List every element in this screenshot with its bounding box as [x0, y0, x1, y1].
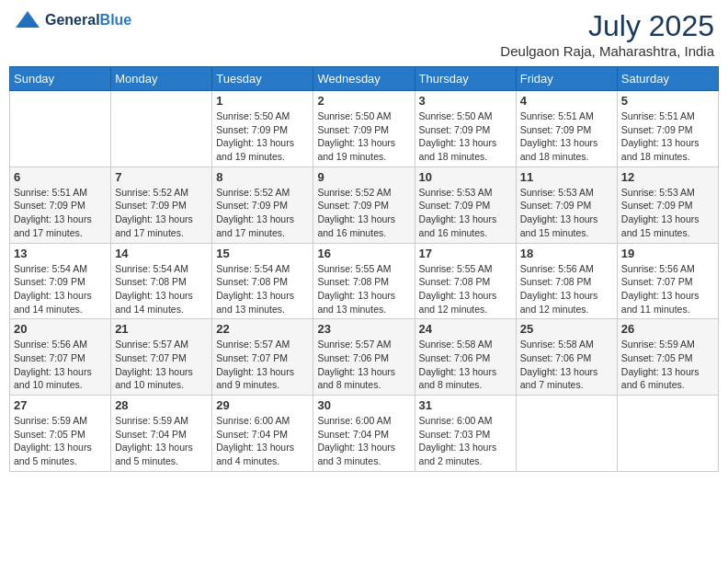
- header-friday: Friday: [516, 67, 617, 91]
- day-number: 12: [621, 170, 714, 184]
- day-number: 2: [317, 94, 410, 108]
- table-row: [111, 91, 212, 167]
- day-number: 23: [317, 322, 410, 336]
- table-row: 15Sunrise: 5:54 AM Sunset: 7:08 PM Dayli…: [212, 243, 313, 319]
- day-number: 4: [520, 94, 613, 108]
- table-row: [516, 396, 617, 472]
- day-number: 17: [419, 247, 512, 260]
- table-row: 28Sunrise: 5:59 AM Sunset: 7:04 PM Dayli…: [111, 396, 212, 472]
- calendar-week-row: 20Sunrise: 5:56 AM Sunset: 7:07 PM Dayli…: [10, 319, 719, 396]
- day-number: 7: [115, 170, 208, 184]
- day-info: Sunrise: 5:55 AM Sunset: 7:08 PM Dayligh…: [317, 262, 410, 316]
- day-info: Sunrise: 5:50 AM Sunset: 7:09 PM Dayligh…: [419, 109, 512, 164]
- day-number: 22: [216, 322, 309, 336]
- calendar-week-row: 13Sunrise: 5:54 AM Sunset: 7:09 PM Dayli…: [10, 243, 719, 319]
- day-info: Sunrise: 5:59 AM Sunset: 7:05 PM Dayligh…: [14, 414, 107, 468]
- table-row: 14Sunrise: 5:54 AM Sunset: 7:08 PM Dayli…: [111, 243, 212, 319]
- table-row: 29Sunrise: 6:00 AM Sunset: 7:04 PM Dayli…: [212, 396, 313, 472]
- header-sunday: Sunday: [10, 67, 111, 91]
- table-row: 11Sunrise: 5:53 AM Sunset: 7:09 PM Dayli…: [516, 167, 617, 243]
- day-number: 19: [621, 247, 714, 260]
- day-number: 26: [621, 322, 714, 336]
- day-number: 14: [115, 247, 208, 260]
- day-info: Sunrise: 5:54 AM Sunset: 7:09 PM Dayligh…: [14, 262, 107, 316]
- page-header: GeneralBlue July 2025 Deulgaon Raja, Mah…: [9, 9, 719, 59]
- table-row: 24Sunrise: 5:58 AM Sunset: 7:06 PM Dayli…: [415, 319, 516, 396]
- table-row: 25Sunrise: 5:58 AM Sunset: 7:06 PM Dayli…: [516, 319, 617, 396]
- header-wednesday: Wednesday: [313, 67, 415, 91]
- day-info: Sunrise: 5:53 AM Sunset: 7:09 PM Dayligh…: [419, 186, 512, 240]
- day-info: Sunrise: 5:56 AM Sunset: 7:07 PM Dayligh…: [14, 338, 107, 392]
- day-info: Sunrise: 5:56 AM Sunset: 7:07 PM Dayligh…: [621, 262, 714, 316]
- calendar-week-row: 1Sunrise: 5:50 AM Sunset: 7:09 PM Daylig…: [10, 91, 719, 167]
- table-row: 5Sunrise: 5:51 AM Sunset: 7:09 PM Daylig…: [617, 91, 718, 167]
- day-info: Sunrise: 5:57 AM Sunset: 7:07 PM Dayligh…: [216, 338, 309, 392]
- day-info: Sunrise: 5:57 AM Sunset: 7:06 PM Dayligh…: [317, 338, 410, 392]
- logo-general: General: [45, 12, 100, 28]
- table-row: 9Sunrise: 5:52 AM Sunset: 7:09 PM Daylig…: [313, 167, 415, 243]
- day-number: 20: [14, 322, 107, 336]
- calendar-week-row: 27Sunrise: 5:59 AM Sunset: 7:05 PM Dayli…: [10, 396, 719, 472]
- table-row: 6Sunrise: 5:51 AM Sunset: 7:09 PM Daylig…: [10, 167, 111, 243]
- day-number: 28: [115, 398, 208, 412]
- month-year-title: July 2025: [500, 9, 714, 43]
- table-row: 10Sunrise: 5:53 AM Sunset: 7:09 PM Dayli…: [415, 167, 516, 243]
- day-info: Sunrise: 5:57 AM Sunset: 7:07 PM Dayligh…: [115, 338, 208, 392]
- day-info: Sunrise: 5:59 AM Sunset: 7:04 PM Dayligh…: [115, 414, 208, 468]
- table-row: 18Sunrise: 5:56 AM Sunset: 7:08 PM Dayli…: [516, 243, 617, 319]
- day-info: Sunrise: 5:52 AM Sunset: 7:09 PM Dayligh…: [115, 186, 208, 240]
- day-number: 13: [14, 247, 107, 260]
- day-number: 1: [216, 94, 309, 108]
- day-number: 31: [419, 398, 512, 412]
- day-info: Sunrise: 5:51 AM Sunset: 7:09 PM Dayligh…: [621, 109, 714, 164]
- table-row: 19Sunrise: 5:56 AM Sunset: 7:07 PM Dayli…: [617, 243, 718, 319]
- table-row: 31Sunrise: 6:00 AM Sunset: 7:03 PM Dayli…: [415, 396, 516, 472]
- logo: GeneralBlue: [14, 9, 131, 31]
- table-row: 30Sunrise: 6:00 AM Sunset: 7:04 PM Dayli…: [313, 396, 415, 472]
- table-row: 26Sunrise: 5:59 AM Sunset: 7:05 PM Dayli…: [617, 319, 718, 396]
- table-row: 20Sunrise: 5:56 AM Sunset: 7:07 PM Dayli…: [10, 319, 111, 396]
- day-number: 3: [419, 94, 512, 108]
- header-monday: Monday: [111, 67, 212, 91]
- day-info: Sunrise: 6:00 AM Sunset: 7:04 PM Dayligh…: [317, 414, 410, 468]
- table-row: 16Sunrise: 5:55 AM Sunset: 7:08 PM Dayli…: [313, 243, 415, 319]
- day-number: 25: [520, 322, 613, 336]
- day-number: 30: [317, 398, 410, 412]
- table-row: 17Sunrise: 5:55 AM Sunset: 7:08 PM Dayli…: [415, 243, 516, 319]
- day-info: Sunrise: 5:51 AM Sunset: 7:09 PM Dayligh…: [14, 186, 107, 240]
- table-row: 1Sunrise: 5:50 AM Sunset: 7:09 PM Daylig…: [212, 91, 313, 167]
- title-block: July 2025 Deulgaon Raja, Maharashtra, In…: [500, 9, 714, 59]
- table-row: 3Sunrise: 5:50 AM Sunset: 7:09 PM Daylig…: [415, 91, 516, 167]
- day-number: 15: [216, 247, 309, 260]
- day-info: Sunrise: 5:50 AM Sunset: 7:09 PM Dayligh…: [317, 109, 410, 164]
- day-number: 5: [621, 94, 714, 108]
- table-row: [617, 396, 718, 472]
- day-number: 18: [520, 247, 613, 260]
- header-thursday: Thursday: [415, 67, 516, 91]
- header-saturday: Saturday: [617, 67, 718, 91]
- day-info: Sunrise: 5:58 AM Sunset: 7:06 PM Dayligh…: [419, 338, 512, 392]
- header-tuesday: Tuesday: [212, 67, 313, 91]
- day-info: Sunrise: 5:52 AM Sunset: 7:09 PM Dayligh…: [317, 186, 410, 240]
- calendar-table: Sunday Monday Tuesday Wednesday Thursday…: [9, 66, 719, 472]
- weekday-header-row: Sunday Monday Tuesday Wednesday Thursday…: [10, 67, 719, 91]
- day-info: Sunrise: 5:54 AM Sunset: 7:08 PM Dayligh…: [216, 262, 309, 316]
- table-row: 21Sunrise: 5:57 AM Sunset: 7:07 PM Dayli…: [111, 319, 212, 396]
- day-number: 10: [419, 170, 512, 184]
- day-info: Sunrise: 6:00 AM Sunset: 7:03 PM Dayligh…: [419, 414, 512, 468]
- day-info: Sunrise: 5:54 AM Sunset: 7:08 PM Dayligh…: [115, 262, 208, 316]
- location-subtitle: Deulgaon Raja, Maharashtra, India: [500, 43, 714, 59]
- table-row: 23Sunrise: 5:57 AM Sunset: 7:06 PM Dayli…: [313, 319, 415, 396]
- logo-icon: [14, 9, 41, 31]
- day-number: 9: [317, 170, 410, 184]
- calendar-week-row: 6Sunrise: 5:51 AM Sunset: 7:09 PM Daylig…: [10, 167, 719, 243]
- table-row: 27Sunrise: 5:59 AM Sunset: 7:05 PM Dayli…: [10, 396, 111, 472]
- day-info: Sunrise: 5:58 AM Sunset: 7:06 PM Dayligh…: [520, 338, 613, 392]
- logo-wordmark: GeneralBlue: [45, 12, 131, 29]
- day-info: Sunrise: 5:50 AM Sunset: 7:09 PM Dayligh…: [216, 109, 309, 164]
- day-number: 24: [419, 322, 512, 336]
- table-row: 22Sunrise: 5:57 AM Sunset: 7:07 PM Dayli…: [212, 319, 313, 396]
- day-info: Sunrise: 5:56 AM Sunset: 7:08 PM Dayligh…: [520, 262, 613, 316]
- day-info: Sunrise: 5:55 AM Sunset: 7:08 PM Dayligh…: [419, 262, 512, 316]
- day-info: Sunrise: 5:53 AM Sunset: 7:09 PM Dayligh…: [621, 186, 714, 240]
